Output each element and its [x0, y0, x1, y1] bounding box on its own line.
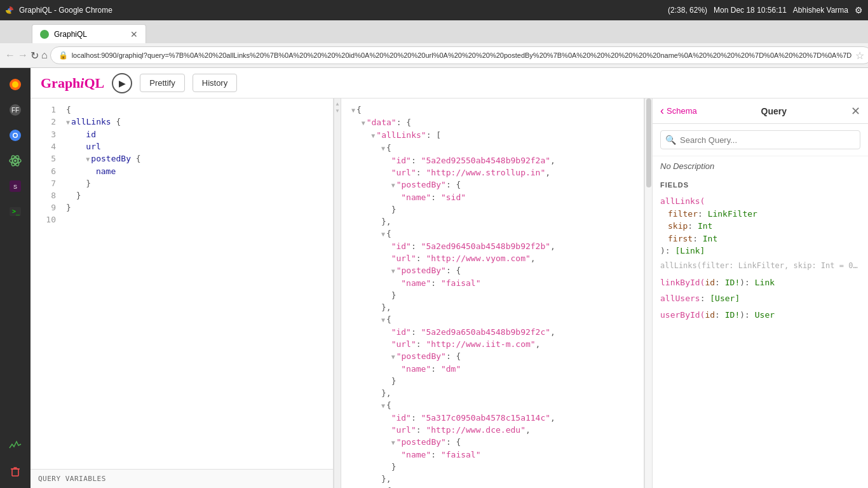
settings-icon[interactable]: ⚙: [855, 5, 863, 15]
forward-button[interactable]: →: [18, 46, 28, 64]
result-line: "url": "http://www.vyom.com",: [341, 252, 644, 264]
reload-button[interactable]: ↻: [31, 46, 39, 64]
titlebar-right: (2:38, 62%) Mon Dec 18 10:56:11 Abhishek…: [668, 5, 863, 15]
result-line: "id": "5a2ed92550ab4548b9b92f2a",: [341, 154, 644, 166]
drag-divider[interactable]: ▲ ▼: [334, 98, 341, 488]
time-display: Mon Dec 18 10:56:11: [714, 6, 787, 15]
svg-text:FF: FF: [11, 107, 19, 114]
sidebar-item-terminal[interactable]: >_: [4, 200, 27, 223]
result-line: ▼{: [341, 104, 644, 116]
fields-header: FIELDS: [653, 176, 868, 191]
result-line: ▼"postedBy": {: [341, 350, 644, 363]
bookmark-icon[interactable]: ☆: [855, 50, 864, 62]
schema-label: Schema: [667, 106, 697, 116]
schema-back-button[interactable]: ‹ Schema: [660, 104, 697, 118]
result-line: ▼"postedBy": {: [341, 264, 644, 277]
titlebar-title: GraphiQL - Google Chrome: [19, 6, 112, 15]
run-button[interactable]: ▶: [112, 73, 132, 93]
result-line: },: [341, 301, 644, 313]
url-bar[interactable]: 🔒 localhost:9090/graphiql?query=%7B%0A%2…: [50, 46, 868, 64]
query-editor-content[interactable]: 1 { 2 ▼allLinks { 3 id 4: [31, 98, 333, 469]
titlebar: GraphiQL - Google Chrome (2:38, 62%) Mon…: [0, 0, 868, 20]
svg-text:>_: >_: [12, 208, 20, 215]
query-line-6: 6 name: [31, 165, 333, 177]
sidebar-item-firefox2[interactable]: FF: [4, 98, 27, 121]
back-button[interactable]: ←: [5, 46, 15, 64]
query-line-2: 2 ▼allLinks {: [31, 116, 333, 128]
graphiql-content: GraphiQL ▶ Prettify History 1 { 2: [31, 68, 868, 488]
svg-point-7: [14, 134, 17, 137]
schema-close-button[interactable]: ✕: [851, 104, 860, 118]
schema-fields: allLinks( filter: LinkFilter skip: Int f…: [653, 191, 868, 488]
tab-bar: GraphiQL ✕: [0, 20, 868, 43]
result-line: ▼{: [341, 313, 644, 326]
tab-title: GraphiQL: [54, 30, 87, 39]
query-line-1: 1 {: [31, 104, 333, 116]
svg-point-2: [12, 81, 18, 88]
browser-chrome: GraphiQL ✕ ← → ↻ ⌂ 🔒 localhost:9090/grap…: [0, 20, 868, 68]
sidebar-item-firefox[interactable]: [4, 73, 27, 96]
query-line-5: 5 ▼postedBy {: [31, 152, 333, 165]
home-button[interactable]: ⌂: [41, 46, 48, 64]
result-line: "id": "5a2ed9a650ab4548b9b92f2c",: [341, 326, 644, 338]
schema-tabs: Query: [761, 104, 787, 119]
tab-query[interactable]: Query: [761, 104, 787, 119]
result-line: },: [341, 473, 644, 485]
result-line: }: [341, 203, 644, 215]
os-sidebar: FF S >_: [0, 68, 31, 488]
query-line-8: 8 }: [31, 189, 333, 201]
sidebar-item-atom[interactable]: [4, 149, 27, 172]
search-icon: 🔍: [665, 135, 676, 145]
editor-area: 1 { 2 ▼allLinks { 3 id 4: [31, 98, 868, 488]
result-line: ▼"postedBy": {: [341, 179, 644, 191]
sidebar-item-trash[interactable]: [4, 460, 27, 483]
url-text: localhost:9090/graphiql?query=%7B%0A%20%…: [72, 51, 852, 59]
chrome-icon: [5, 6, 14, 15]
query-line-4: 4 url: [31, 140, 333, 152]
field-linkById[interactable]: linkById(id: ID!): Link: [660, 276, 860, 289]
result-scrollbar[interactable]: [644, 98, 652, 488]
query-variables-label: QUERY VARIABLES: [38, 475, 106, 483]
result-line: },: [341, 387, 644, 399]
result-line: }: [341, 461, 644, 473]
result-line: ▼"allLinks": [: [341, 129, 644, 142]
tab-favicon: [40, 30, 49, 39]
result-line: ▼{: [341, 227, 644, 240]
user-display: Abhishek Varma: [793, 6, 848, 15]
result-line: "url": "http://www.dce.edu",: [341, 424, 644, 436]
svg-rect-16: [12, 469, 18, 476]
query-line-10: 10: [31, 214, 333, 226]
result-line: }: [341, 289, 644, 301]
sidebar-item-chrome[interactable]: [4, 124, 27, 147]
query-line-7: 7 }: [31, 177, 333, 189]
result-line: }: [341, 375, 644, 387]
prettify-button[interactable]: Prettify: [140, 74, 184, 92]
graphiql-header: GraphiQL ▶ Prettify History: [31, 68, 868, 98]
query-line-9: 9 }: [31, 201, 333, 214]
query-editor: 1 { 2 ▼allLinks { 3 id 4: [31, 98, 334, 488]
query-variables-bar[interactable]: QUERY VARIABLES: [31, 469, 333, 488]
system-status: (2:38, 62%): [668, 6, 707, 15]
tab-close-button[interactable]: ✕: [130, 29, 138, 39]
field-userById[interactable]: userById(id: ID!): User: [660, 309, 860, 322]
no-description: No Description: [653, 156, 868, 176]
result-line: ▼{: [341, 142, 644, 154]
sidebar-item-slack[interactable]: S: [4, 175, 27, 198]
nav-bar: ← → ↻ ⌂ 🔒 localhost:9090/graphiql?query=…: [0, 43, 868, 67]
scrollbar-thumb[interactable]: [646, 98, 651, 187]
result-line: "name": "sid": [341, 191, 644, 203]
search-input[interactable]: [660, 130, 860, 149]
result-line: "url": "http://www.iit-m.com",: [341, 338, 644, 350]
field-allLinks[interactable]: allLinks( filter: LinkFilter skip: Int f…: [660, 195, 860, 257]
query-line-3: 3 id: [31, 128, 333, 140]
sidebar-item-activity[interactable]: [4, 435, 27, 458]
svg-point-11: [14, 159, 17, 162]
result-content[interactable]: ▼{ ▼"data": { ▼"allLinks": [ ▼{ "id": "5…: [341, 98, 644, 488]
active-tab[interactable]: GraphiQL ✕: [32, 24, 146, 43]
search-wrap: 🔍: [660, 130, 860, 149]
schema-panel: ‹ Schema Query ✕ 🔍 No Description: [652, 98, 868, 488]
result-line: ▼"data": {: [341, 116, 644, 129]
result-line: "name": "faisal": [341, 277, 644, 289]
history-button[interactable]: History: [193, 74, 237, 92]
field-allUsers[interactable]: allUsers: [User]: [660, 292, 860, 305]
